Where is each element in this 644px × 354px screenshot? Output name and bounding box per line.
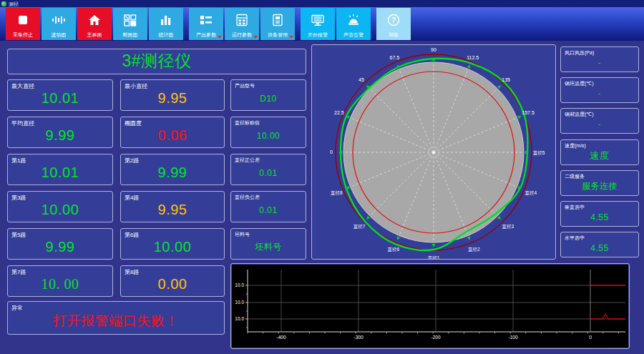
sound-alarm-icon <box>336 12 371 28</box>
svg-text:0: 0 <box>330 149 333 154</box>
path2-panel: 第2路 9.99 <box>120 154 225 185</box>
window-titlebar: 测径 <box>0 0 644 7</box>
billet-temp-panel: 钢坯温度(℃) - <box>560 77 639 103</box>
product-model-panel: 产品型号 D10 <box>230 79 306 111</box>
sound-alarm-button[interactable]: 声音告警 <box>336 8 371 40</box>
statistics-icon <box>149 12 183 28</box>
svg-text:-300: -300 <box>353 335 363 340</box>
speed-value: 速度 <box>562 148 637 163</box>
path5-value: 9.99 <box>9 237 111 257</box>
stop-icon <box>6 12 40 28</box>
help-button[interactable]: ? 帮助 <box>376 8 411 40</box>
svg-text:112.5: 112.5 <box>467 55 479 60</box>
tuyere-pressure-panel: 风口风压(Pa) - <box>560 46 639 72</box>
path7-value: 10. 00 <box>9 274 111 295</box>
device-manage-button[interactable]: 设备管理 <box>260 8 295 40</box>
service-status: 服务连接 <box>562 179 637 194</box>
svg-text:45: 45 <box>358 77 364 82</box>
billet-number-panel: 坯料号 坯料号 <box>230 228 306 260</box>
svg-text:直径8: 直径8 <box>331 190 343 195</box>
waveform-icon <box>42 12 76 28</box>
avg-diameter-panel: 平均直径 9.99 <box>7 117 113 148</box>
run-params-button[interactable]: 运行参数 <box>225 8 259 40</box>
service-panel: 二级服务 服务连接 <box>560 170 639 196</box>
cross-section-panel: 022.54567.590112.5135157.5直径5直径4直径3直径2直径… <box>311 44 556 260</box>
trend-chart-panel: 10.010.010.0-400-300-200-1000 <box>230 263 630 349</box>
svg-text:直径6: 直径6 <box>387 247 399 252</box>
device-manage-icon <box>260 12 295 28</box>
svg-text:直径7: 直径7 <box>353 224 366 229</box>
run-params-icon <box>225 12 259 28</box>
path4-value: 9.95 <box>122 200 223 220</box>
polar-chart: 022.54567.590112.5135157.5直径5直径4直径3直径2直径… <box>312 45 555 259</box>
horizontal-center-panel: 水平居中 4.55 <box>560 232 639 257</box>
max-diameter-value: 10.01 <box>9 88 111 109</box>
app-icon <box>1 1 6 6</box>
svg-text:157.5: 157.5 <box>522 110 535 115</box>
avg-diameter-value: 9.99 <box>9 125 111 146</box>
min-diameter-panel: 最小直径 9.95 <box>120 79 225 111</box>
minus-tolerance-value: 0.01 <box>233 200 304 220</box>
product-params-button[interactable]: 产品参数 <box>189 8 223 40</box>
svg-text:67.5: 67.5 <box>389 55 399 60</box>
statistics-button[interactable]: 统计图 <box>149 8 183 40</box>
external-alarm-icon <box>301 12 335 28</box>
path7-panel: 第7路 10. 00 <box>7 265 113 297</box>
svg-text:直径5: 直径5 <box>533 150 545 155</box>
svg-text:直径1: 直径1 <box>428 255 440 260</box>
wave-chart-button[interactable]: 波动图 <box>42 8 76 40</box>
path8-value: 0.00 <box>122 274 223 295</box>
horizontal-center-value: 4.55 <box>562 240 637 255</box>
path6-panel: 第6路 10.00 <box>120 228 225 260</box>
dropdown-arrow-icon <box>218 36 222 39</box>
trend-chart: 10.010.010.0-400-300-200-1000 <box>231 264 629 348</box>
min-diameter-value: 9.95 <box>122 88 223 109</box>
window-title: 测径 <box>9 1 19 6</box>
svg-text:?: ? <box>391 16 396 24</box>
svg-text:10.0: 10.0 <box>235 300 244 305</box>
toolbar: 采集停止 波动图 主界面 <box>0 7 644 41</box>
path5-panel: 第5路 9.99 <box>7 228 113 260</box>
vertical-center-panel: 垂直居中 4.55 <box>560 201 639 227</box>
svg-text:0: 0 <box>589 335 592 340</box>
dropdown-arrow-icon <box>253 36 258 39</box>
path1-value: 10.01 <box>9 162 111 183</box>
path3-value: 10.00 <box>9 200 111 220</box>
nominal-diameter-value: 10.00 <box>233 125 304 146</box>
dropdown-arrow-icon <box>289 36 293 39</box>
plus-tolerance-panel: 直径正公差 0.01 <box>230 154 306 185</box>
exception-message: 打开报警端口失败！ <box>9 310 223 333</box>
svg-text:-100: -100 <box>508 335 517 340</box>
billet-number-value: 坯料号 <box>233 237 304 257</box>
tuyere-pressure-value: - <box>562 55 637 70</box>
minus-tolerance-panel: 直径负公差 0.01 <box>230 191 306 222</box>
speed-panel: 速度(m/s) 速度 <box>560 139 639 165</box>
gauge-title-panel: 3#测径仪 <box>7 49 306 74</box>
section-view-icon <box>113 12 147 28</box>
nominal-diameter-panel: 直径标称值 10.00 <box>230 117 306 148</box>
path1-panel: 第1路 10.01 <box>7 154 113 185</box>
ovality-value: 0.06 <box>122 125 223 146</box>
main-screen-button[interactable]: 主界面 <box>77 8 112 40</box>
product-params-icon <box>189 12 223 28</box>
gauge-title: 3#测径仪 <box>9 49 304 72</box>
steel-temp-panel: 钢材温度(℃) - <box>560 108 639 134</box>
acquire-stop-button[interactable]: 采集停止 <box>6 8 40 40</box>
path2-value: 9.99 <box>122 162 223 183</box>
section-view-button[interactable]: 断面图 <box>113 8 147 40</box>
billet-temp-value: - <box>562 86 637 101</box>
vertical-center-value: 4.55 <box>562 210 637 225</box>
external-alarm-button[interactable]: 开外报警 <box>301 8 335 40</box>
path8-panel: 第8路 0.00 <box>120 265 225 297</box>
plus-tolerance-value: 0.01 <box>233 162 304 183</box>
app-window: { "window": { "title": "测径" }, "toolbar"… <box>0 0 644 354</box>
svg-text:-200: -200 <box>431 335 440 340</box>
max-diameter-panel: 最大直径 10.01 <box>7 79 113 111</box>
product-model-value: D10 <box>233 88 304 109</box>
path4-panel: 第4路 9.95 <box>120 191 225 222</box>
exception-panel: 异常 打开报警端口失败！ <box>7 301 225 335</box>
steel-temp-value: - <box>562 117 637 132</box>
svg-text:90: 90 <box>431 47 436 52</box>
svg-text:10.0: 10.0 <box>235 282 244 287</box>
svg-text:135: 135 <box>502 77 510 82</box>
